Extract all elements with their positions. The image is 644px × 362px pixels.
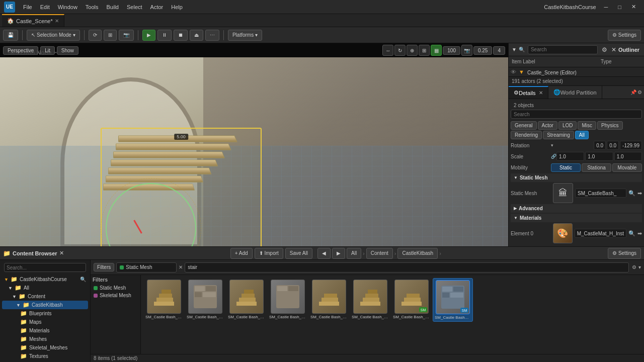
rotation-dropdown[interactable]: ▾ xyxy=(551,143,553,148)
minimize-btn[interactable]: ─ xyxy=(600,4,612,10)
rotation-x[interactable]: 0.0 xyxy=(594,141,606,150)
static-mesh-section[interactable]: ▼ Static Mesh xyxy=(511,173,642,182)
outliner-search[interactable] xyxy=(528,45,598,54)
mesh-browse-icon[interactable]: 🔍 xyxy=(628,190,635,197)
pause-btn[interactable]: ⏸ xyxy=(157,30,172,41)
cb-folder-materials[interactable]: 📁 Materials xyxy=(2,326,88,335)
cb-folder-maps[interactable]: 📁 Maps xyxy=(2,318,88,326)
stop-btn[interactable]: ⏹ xyxy=(174,30,188,41)
details-search[interactable] xyxy=(511,110,642,119)
materials-section[interactable]: ▼ Materials xyxy=(511,214,642,222)
all-btn[interactable]: All xyxy=(347,248,361,259)
material-browse-icon[interactable]: 🔍 xyxy=(628,230,635,237)
platforms-btn[interactable]: Platforms ▾ xyxy=(228,30,262,41)
scale-icon[interactable]: ⊕ xyxy=(407,45,418,56)
cb-folder-skeletal[interactable]: 📁 Skeletal_Meshes xyxy=(2,343,88,352)
save-all-cb-btn[interactable]: Save All xyxy=(285,248,312,259)
search-assets-input[interactable] xyxy=(185,262,629,273)
snap-to-grid-icon[interactable]: ▦ xyxy=(431,45,442,56)
scene-tab[interactable]: 🏠 Castle_Scene* ✕ xyxy=(2,14,64,27)
save-btn[interactable]: 💾 xyxy=(3,30,18,41)
sub-rendering[interactable]: Rendering xyxy=(511,131,542,139)
translate-icon[interactable]: ↔ xyxy=(382,45,393,56)
scale-z[interactable]: 1.0 xyxy=(614,152,642,161)
scale-y[interactable]: 1.0 xyxy=(585,152,613,161)
perspective-btn[interactable]: Perspective xyxy=(3,46,38,55)
cb-folder-kitbash[interactable]: ▼ 📁 CastleKitbashCourse 🔍 xyxy=(2,275,88,284)
details-tab-close[interactable]: ✕ xyxy=(539,90,543,96)
history-back-btn[interactable]: ◀ xyxy=(317,248,331,259)
cb-folder-textures[interactable]: 📁 Textures xyxy=(2,352,88,360)
search-filter-icon[interactable]: ▾ xyxy=(638,264,641,270)
outliner-item-scene[interactable]: 👁 ▼ Castle_Scene (Editor) xyxy=(509,67,644,76)
mesh-goto-icon[interactable]: ➡ xyxy=(637,190,642,197)
lit-btn[interactable]: Lit xyxy=(40,46,55,55)
details-pin-icon[interactable]: 📌 xyxy=(630,89,636,95)
asset-item-0[interactable]: SM_Castle Bash_Castle CircularUES... xyxy=(144,278,184,322)
menu-help[interactable]: Help xyxy=(167,0,187,14)
viewport-scene[interactable]: 5.00 xyxy=(0,57,508,246)
asset-item-4[interactable]: SM_Castle Bash_Castle CircularUES... xyxy=(309,278,349,322)
cat-physics[interactable]: Physics xyxy=(597,121,622,130)
asset-item-5[interactable]: SM_Castle Bash_Castle CircularUES... xyxy=(350,278,390,322)
sub-streaming[interactable]: Streaming xyxy=(543,131,574,139)
outliner-settings-icon[interactable]: ⚙ xyxy=(602,46,607,53)
search-options-btn[interactable]: ⚙ xyxy=(632,264,636,270)
world-partition-tab[interactable]: 🌐 World Partition xyxy=(548,86,602,99)
close-btn[interactable]: ✕ xyxy=(627,4,640,10)
more-btn[interactable]: ⋯ xyxy=(205,30,219,41)
details-tab[interactable]: ⚙ Details ✕ xyxy=(509,86,548,99)
snap-btn[interactable]: ⊞ xyxy=(104,30,117,41)
cb-folder-content[interactable]: ▼ 📁 Content xyxy=(2,292,88,301)
filters-btn[interactable]: Filters xyxy=(94,263,114,272)
cat-actor[interactable]: Actor xyxy=(538,121,557,130)
asset-item-1[interactable]: SM_Castle Bash_Castle CircularUES... xyxy=(185,278,225,322)
stair-selection[interactable]: 5.00 xyxy=(101,128,262,246)
cb-folder-meshes[interactable]: 📁 Meshes xyxy=(2,335,88,343)
selection-mode-btn[interactable]: ↖ Selection Mode ▾ xyxy=(27,30,80,41)
asset-item-3[interactable]: SM_Castle Bash_Castle CircularUES... xyxy=(268,278,308,322)
settings-btn[interactable]: ⚙ Settings xyxy=(608,30,641,41)
cb-folder-blueprints[interactable]: 📁 Blueprints xyxy=(2,309,88,318)
mob-stationary[interactable]: Stationa xyxy=(582,163,611,172)
outliner-close-btn[interactable]: ✕ xyxy=(611,46,616,53)
asset-item-6[interactable]: SM SM_Castle Bash_Castle CircularUES... … xyxy=(391,278,432,322)
castlekitbash-btn[interactable]: CastleKitbash xyxy=(397,248,438,259)
rotation-z[interactable]: -129.99 xyxy=(620,141,642,150)
filter-static-mesh[interactable]: Static Mesh xyxy=(119,263,153,271)
material-goto-icon[interactable]: ➡ xyxy=(637,230,642,237)
cat-lod[interactable]: LOD xyxy=(558,121,577,130)
static-mesh-value[interactable]: SM_CastleBash_ xyxy=(575,189,626,198)
import-btn[interactable]: ⬆ Import xyxy=(255,248,283,259)
maximize-btn[interactable]: □ xyxy=(614,4,625,10)
menu-tools[interactable]: Tools xyxy=(82,0,103,14)
transform-btn[interactable]: ⟳ xyxy=(89,30,102,41)
cb-folder-all[interactable]: ▼ 📁 All xyxy=(2,284,88,292)
filter-clear-btn[interactable]: ✕ xyxy=(179,264,183,270)
cb-settings-btn[interactable]: ⚙ Settings xyxy=(608,248,641,259)
camera-btn[interactable]: 📷 xyxy=(119,30,134,41)
cat-general[interactable]: General xyxy=(511,121,537,130)
tab-close-btn[interactable]: ✕ xyxy=(55,18,59,24)
scale-x[interactable]: 1.0 xyxy=(556,152,584,161)
mob-movable[interactable]: Movable xyxy=(612,163,642,172)
search-icon-sidebar[interactable]: 🔍 xyxy=(80,277,86,282)
cat-misc[interactable]: Misc xyxy=(578,121,596,130)
rotation-y[interactable]: 0.0 xyxy=(607,141,619,150)
show-btn[interactable]: Show xyxy=(57,46,78,55)
grid-icon[interactable]: ⊞ xyxy=(419,45,430,56)
play-btn[interactable]: ▶ xyxy=(142,30,155,41)
cb-close-btn[interactable]: ✕ xyxy=(59,250,64,256)
mob-static[interactable]: Static xyxy=(551,163,581,172)
scale-lock-icon[interactable]: 🔗 xyxy=(551,154,556,159)
menu-file[interactable]: File xyxy=(19,0,36,14)
history-fwd-btn[interactable]: ▶ xyxy=(332,248,345,259)
sub-all[interactable]: All xyxy=(575,131,589,139)
filter-static-mesh-item[interactable]: Static Mesh xyxy=(93,284,138,292)
details-settings-icon[interactable]: ⚙ xyxy=(637,89,642,95)
eject-btn[interactable]: ⏏ xyxy=(190,30,203,41)
menu-edit[interactable]: Edit xyxy=(36,0,54,14)
rotate-icon[interactable]: ↻ xyxy=(394,45,406,56)
filter-skeletal-mesh-item[interactable]: Skeletal Mesh xyxy=(93,292,138,299)
cb-folder-search-input[interactable] xyxy=(4,263,86,272)
